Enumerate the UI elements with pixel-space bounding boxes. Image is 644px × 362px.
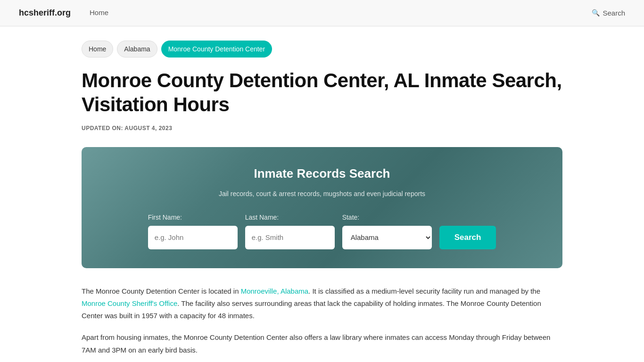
body-paragraph-2: Apart from housing inmates, the Monroe C… [82,331,562,356]
breadcrumb-home[interactable]: Home [82,41,113,58]
first-name-label: First Name: [148,212,182,222]
updated-date: UPDATED ON: AUGUST 4, 2023 [82,124,562,133]
page-title: Monroe County Detention Center, AL Inmat… [82,69,562,116]
nav-search-label: Search [603,8,625,19]
breadcrumb-current[interactable]: Monroe County Detention Center [161,41,272,58]
state-group: State: Alabama Alaska Arizona Arkansas C… [342,212,432,249]
search-icon: 🔍 [592,8,600,18]
last-name-group: Last Name: [245,212,335,249]
last-name-label: Last Name: [245,212,279,222]
search-box-subtitle: Jail records, court & arrest records, mu… [100,189,544,199]
inmate-search-box: Inmate Records Search Jail records, cour… [82,147,562,268]
nav-search[interactable]: 🔍 Search [592,8,625,19]
search-button[interactable]: Search [439,226,496,249]
state-label: State: [342,212,360,222]
site-header: hcsheriff.org Home 🔍 Search [0,0,644,26]
main-content: Home Alabama Monroe County Detention Cen… [63,26,581,362]
first-name-input[interactable] [148,226,238,249]
header-left: hcsheriff.org Home [19,6,108,20]
search-form: First Name: Last Name: State: Alabama Al… [100,212,544,249]
updated-date-value: AUGUST 4, 2023 [124,125,172,132]
search-box-title: Inmate Records Search [100,164,544,184]
last-name-input[interactable] [245,226,335,249]
updated-label: UPDATED ON: [82,125,123,132]
breadcrumb: Home Alabama Monroe County Detention Cen… [82,41,562,58]
sheriff-link[interactable]: Monroe County Sheriff's Office [82,299,177,307]
monroeville-link[interactable]: Monroeville, Alabama [241,287,308,295]
site-logo[interactable]: hcsheriff.org [19,6,71,20]
breadcrumb-alabama[interactable]: Alabama [117,41,157,58]
nav-home-link[interactable]: Home [90,7,108,18]
first-name-group: First Name: [148,212,238,249]
body-paragraph-1: The Monroe County Detention Center is lo… [82,285,562,322]
state-select[interactable]: Alabama Alaska Arizona Arkansas Californ… [342,226,432,249]
